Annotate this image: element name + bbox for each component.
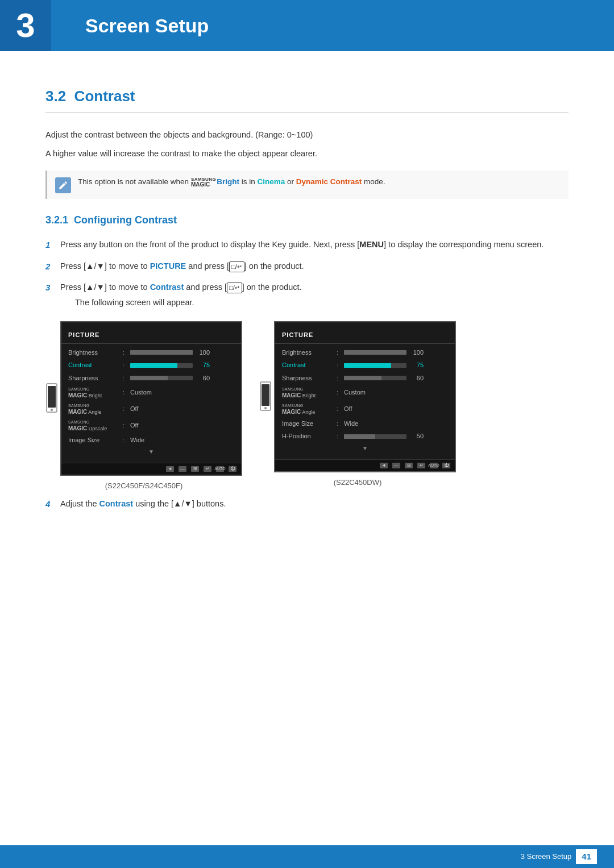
osd-contrast-1: Contrast : 75	[61, 359, 241, 372]
step-4-list: 4 Adjust the Contrast using the [▲/▼] bu…	[45, 497, 569, 511]
osd-brightness-1: Brightness : 100	[61, 346, 241, 359]
screenshot-1-container: PICTURE Brightness : 100	[45, 321, 242, 491]
osd-image-size-2: Image Size : Wide	[275, 417, 455, 430]
osd-btn-back-2: ◄	[380, 463, 388, 468]
osd-magic-bright-2: SAMSUNGMAGIC Bright : Custom	[275, 384, 455, 401]
osd-menu-2: Brightness : 100 Contrast :	[275, 344, 455, 456]
svg-point-2	[51, 409, 53, 411]
step-2: 2 Press [▲/▼] to move to PICTURE and pre…	[45, 260, 569, 273]
osd-btn-back: ◄	[166, 466, 174, 472]
step-3: 3 Press [▲/▼] to move to Contrast and pr…	[45, 281, 569, 309]
note-text: This option is not available when SAMSUN…	[78, 176, 385, 188]
osd-btn-plus-2: ⊞	[405, 463, 413, 468]
samsung-magic-brand: SAMSUNGMAGIC	[191, 177, 216, 188]
subsection-heading: 3.2.1 Configuring Contrast	[45, 213, 569, 228]
footer-section-text: 3 Screen Setup	[521, 851, 572, 862]
monitor-osd-2: PICTURE Brightness : 100	[274, 321, 456, 472]
steps-list: 1 Press any button on the front of the p…	[45, 238, 569, 309]
osd-brightness-2: Brightness : 100	[275, 346, 455, 359]
osd-magic-angle-2: SAMSUNGMAGIC Angle : Off	[275, 401, 455, 417]
osd-btn-power-2: ⏻	[442, 463, 450, 468]
osd-btn-power: ⏻	[229, 466, 237, 472]
step-2-text: Press [▲/▼] to move to PICTURE and press…	[60, 260, 304, 272]
osd-hposition-2: H-Position : 50	[275, 430, 455, 443]
osd-title-2: PICTURE	[275, 328, 455, 344]
osd-btn-enter-2: ↵	[417, 463, 425, 468]
pencil-icon	[58, 180, 68, 190]
chapter-number: 3	[0, 0, 51, 51]
osd-btn-minus-2: —	[392, 463, 400, 468]
chapter-banner: 3 Screen Setup	[0, 0, 614, 51]
screenshots-row: PICTURE Brightness : 100	[45, 321, 569, 491]
svg-rect-1	[48, 386, 56, 408]
step-1-text: Press any button on the front of the pro…	[60, 238, 544, 251]
osd-magic-upscale-1: SAMSUNGMAGIC Upscale : Off	[61, 417, 241, 434]
step-4-text: Adjust the Contrast using the [▲/▼] butt…	[60, 497, 226, 510]
osd-menu-1: Brightness : 100 Contrast :	[61, 344, 241, 459]
osd-btn-minus: —	[179, 466, 186, 472]
monitor-left-icon-2	[259, 380, 272, 414]
note-box: This option is not available when SAMSUN…	[45, 171, 569, 199]
osd-toolbar-1: ◄ — ⊞ ↵ AUTO	[61, 463, 241, 475]
osd-btn-plus: ⊞	[191, 466, 199, 472]
description2: A higher value will increase the contras…	[45, 147, 569, 160]
osd-btn-auto-2: AUTO	[430, 463, 438, 468]
note-icon	[55, 177, 71, 193]
description1: Adjust the contrast between the objects …	[45, 128, 569, 142]
svg-rect-4	[262, 384, 269, 406]
footer-page-number: 41	[576, 849, 597, 865]
osd-magic-bright-1: SAMSUNGMAGIC Bright : Custom	[61, 384, 241, 401]
osd-toolbar-2: ◄ — ⊞ ↵ AUTO	[275, 459, 455, 471]
step-1: 1 Press any button on the front of the p…	[45, 238, 569, 252]
step-4: 4 Adjust the Contrast using the [▲/▼] bu…	[45, 497, 569, 511]
step-3-num: 3	[45, 281, 55, 294]
svg-point-5	[264, 407, 267, 409]
step-1-num: 1	[45, 239, 55, 252]
osd-down-arrow-1: ▼	[61, 446, 241, 457]
osd-image-size-1: Image Size : Wide	[61, 434, 241, 447]
page-footer: 3 Screen Setup 41	[0, 845, 614, 868]
step-4-num: 4	[45, 498, 55, 511]
screenshot-1-label: (S22C450F/S24C450F)	[105, 480, 183, 492]
main-content: 3.2 Contrast Adjust the contrast between…	[0, 51, 614, 575]
osd-down-arrow-2: ▼	[275, 443, 455, 454]
osd-sharpness-1: Sharpness : 60	[61, 372, 241, 385]
section-heading: 3.2 Contrast	[45, 85, 569, 113]
osd-title-1: PICTURE	[61, 328, 241, 344]
osd-contrast-2: Contrast : 75	[275, 359, 455, 372]
chapter-title: Screen Setup	[85, 11, 209, 40]
step-3-text: Press [▲/▼] to move to Contrast and pres…	[60, 283, 302, 292]
osd-btn-enter: ↵	[204, 466, 211, 472]
screenshot-2-container: PICTURE Brightness : 100	[259, 321, 456, 488]
osd-sharpness-2: Sharpness : 60	[275, 372, 455, 385]
osd-btn-auto: AUTO	[216, 466, 224, 472]
screenshot-2-label: (S22C450DW)	[334, 477, 382, 488]
monitor-osd-1: PICTURE Brightness : 100	[60, 321, 242, 476]
osd-magic-angle-1: SAMSUNGMAGIC Angle : Off	[61, 401, 241, 417]
step-2-num: 2	[45, 260, 55, 273]
monitor-left-icon	[45, 381, 58, 416]
step-3-sub: The following screen will appear.	[75, 296, 302, 309]
